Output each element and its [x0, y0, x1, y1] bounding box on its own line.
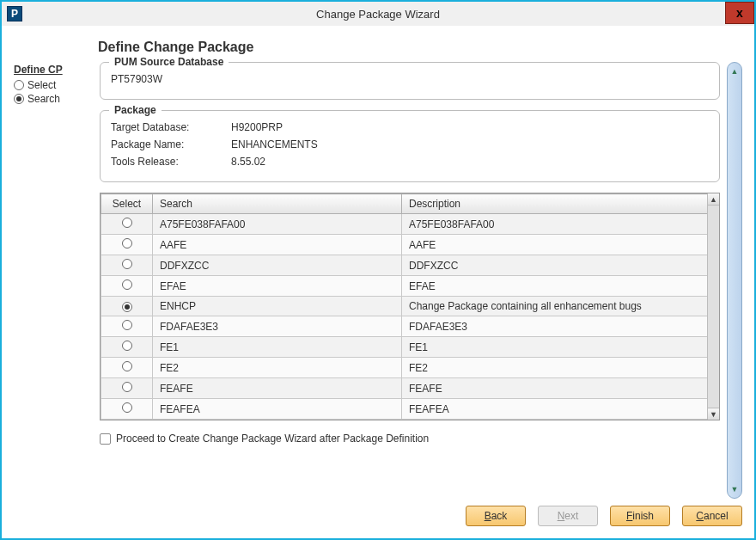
- radio-icon[interactable]: [122, 402, 132, 413]
- nav-item-label: Search: [27, 93, 60, 105]
- finish-button[interactable]: Finish: [610, 506, 670, 526]
- scroll-up-icon[interactable]: ▲: [728, 64, 741, 78]
- close-button[interactable]: x: [725, 2, 754, 24]
- panel-legend: Package: [109, 104, 162, 116]
- radio-icon[interactable]: [122, 382, 132, 392]
- row-description-cell: DDFXZCC: [402, 255, 719, 276]
- col-header-search[interactable]: Search: [153, 194, 402, 214]
- row-select-cell[interactable]: [101, 214, 153, 235]
- value: H9200PRP: [231, 121, 283, 133]
- col-header-select[interactable]: Select: [101, 194, 153, 214]
- label: Package Name:: [111, 138, 231, 150]
- label: Tools Release:: [111, 156, 231, 168]
- left-nav: Define CP Select Search: [14, 62, 100, 499]
- row-search-cell: ENHCP: [153, 297, 402, 316]
- radio-icon: [14, 94, 24, 104]
- radio-icon[interactable]: [122, 279, 132, 290]
- nav-item-label: Select: [27, 79, 56, 91]
- nav-item-select[interactable]: Select: [14, 79, 100, 91]
- radio-icon[interactable]: [122, 341, 132, 351]
- col-header-description[interactable]: Description: [402, 194, 719, 214]
- radio-icon[interactable]: [122, 302, 132, 312]
- row-select-cell[interactable]: [101, 316, 153, 337]
- app-icon: P: [7, 6, 22, 21]
- package-panel: Package Target Database: H9200PRP Packag…: [100, 110, 720, 182]
- panel-legend: PUM Source Database: [109, 56, 229, 68]
- row-description-cell: FEAFEA: [402, 399, 719, 420]
- content-scroll: PUM Source Database PT57903W Package Tar…: [100, 62, 727, 499]
- wizard-window: P Change Package Wizard x Define Change …: [0, 0, 756, 540]
- row-search-cell: FEAFE: [153, 378, 402, 399]
- row-select-cell[interactable]: [101, 235, 153, 255]
- value: 8.55.02: [231, 156, 265, 168]
- row-search-cell: FDAFAE3E3: [153, 316, 402, 337]
- row-select-cell[interactable]: [101, 297, 153, 316]
- row-select-cell[interactable]: [101, 378, 153, 399]
- row-select-cell[interactable]: [101, 255, 153, 276]
- results-grid: Select Search Description A75FE038FAFA00…: [100, 193, 720, 420]
- row-description-cell: Change Package containing all enhancemen…: [402, 297, 719, 316]
- pum-source-panel: PUM Source Database PT57903W: [100, 62, 720, 100]
- package-row-target: Target Database: H9200PRP: [111, 121, 709, 133]
- row-description-cell: A75FE038FAFA00: [402, 214, 719, 235]
- row-search-cell: A75FE038FAFA00: [153, 214, 402, 235]
- table-row[interactable]: FE1FE1: [101, 337, 719, 358]
- table-row[interactable]: FDAFAE3E3FDAFAE3E3: [101, 316, 719, 337]
- table-row[interactable]: FEAFEFEAFE: [101, 378, 719, 399]
- row-search-cell: DDFXZCC: [153, 255, 402, 276]
- content-area: PUM Source Database PT57903W Package Tar…: [100, 62, 742, 499]
- table-row[interactable]: EFAEEFAE: [101, 276, 719, 297]
- nav-title: Define CP: [14, 64, 100, 76]
- row-description-cell: FDAFAE3E3: [402, 316, 719, 337]
- package-row-name: Package Name: ENHANCEMENTS: [111, 138, 709, 150]
- row-select-cell[interactable]: [101, 358, 153, 378]
- row-description-cell: AAFE: [402, 235, 719, 255]
- table-row[interactable]: A75FE038FAFA00A75FE038FAFA00: [101, 214, 719, 235]
- table-row[interactable]: FEAFEAFEAFEA: [101, 399, 719, 420]
- row-description-cell: FEAFE: [402, 378, 719, 399]
- row-search-cell: AAFE: [153, 235, 402, 255]
- titlebar: P Change Package Wizard x: [2, 2, 754, 26]
- table-row[interactable]: AAFEAAFE: [101, 235, 719, 255]
- scroll-up-icon[interactable]: ▲: [708, 193, 719, 206]
- radio-icon[interactable]: [122, 361, 132, 371]
- radio-icon[interactable]: [122, 320, 132, 330]
- pum-source-value: PT57903W: [111, 73, 162, 85]
- grid-scrollbar[interactable]: ▲ ▼: [707, 193, 719, 420]
- scrollbar-track[interactable]: ▲ ▼: [727, 62, 742, 499]
- scroll-down-icon[interactable]: ▼: [708, 408, 719, 420]
- row-description-cell: FE1: [402, 337, 719, 358]
- body-row: Define CP Select Search PUM Source Datab…: [14, 62, 742, 499]
- cancel-button[interactable]: Cancel: [682, 506, 742, 526]
- client-area: Define Change Package Define CP Select S…: [2, 26, 754, 538]
- package-row-tools: Tools Release: 8.55.02: [111, 156, 709, 168]
- content-scrollbar[interactable]: ▲ ▼: [727, 62, 742, 499]
- row-select-cell[interactable]: [101, 399, 153, 420]
- results-table: Select Search Description A75FE038FAFA00…: [101, 193, 719, 420]
- row-search-cell: FEAFEA: [153, 399, 402, 420]
- label: Target Database:: [111, 121, 231, 133]
- row-search-cell: EFAE: [153, 276, 402, 297]
- radio-icon[interactable]: [122, 238, 132, 249]
- button-bar: Back Next Finish Cancel: [14, 506, 742, 526]
- row-search-cell: FE2: [153, 358, 402, 378]
- table-row[interactable]: FE2FE2: [101, 358, 719, 378]
- scroll-down-icon[interactable]: ▼: [728, 482, 741, 496]
- table-row[interactable]: ENHCPChange Package containing all enhan…: [101, 297, 719, 316]
- proceed-checkbox-row[interactable]: Proceed to Create Change Package Wizard …: [100, 433, 720, 445]
- radio-icon[interactable]: [122, 259, 132, 269]
- radio-icon[interactable]: [122, 218, 132, 228]
- checkbox-icon[interactable]: [100, 433, 111, 445]
- row-select-cell[interactable]: [101, 337, 153, 358]
- back-button[interactable]: Back: [466, 506, 526, 526]
- proceed-checkbox-label: Proceed to Create Change Package Wizard …: [116, 433, 429, 445]
- window-title: Change Package Wizard: [2, 8, 754, 21]
- row-description-cell: FE2: [402, 358, 719, 378]
- row-search-cell: FE1: [153, 337, 402, 358]
- next-button: Next: [538, 506, 598, 526]
- value: ENHANCEMENTS: [231, 138, 318, 150]
- row-select-cell[interactable]: [101, 276, 153, 297]
- row-description-cell: EFAE: [402, 276, 719, 297]
- nav-item-search[interactable]: Search: [14, 93, 100, 105]
- table-row[interactable]: DDFXZCCDDFXZCC: [101, 255, 719, 276]
